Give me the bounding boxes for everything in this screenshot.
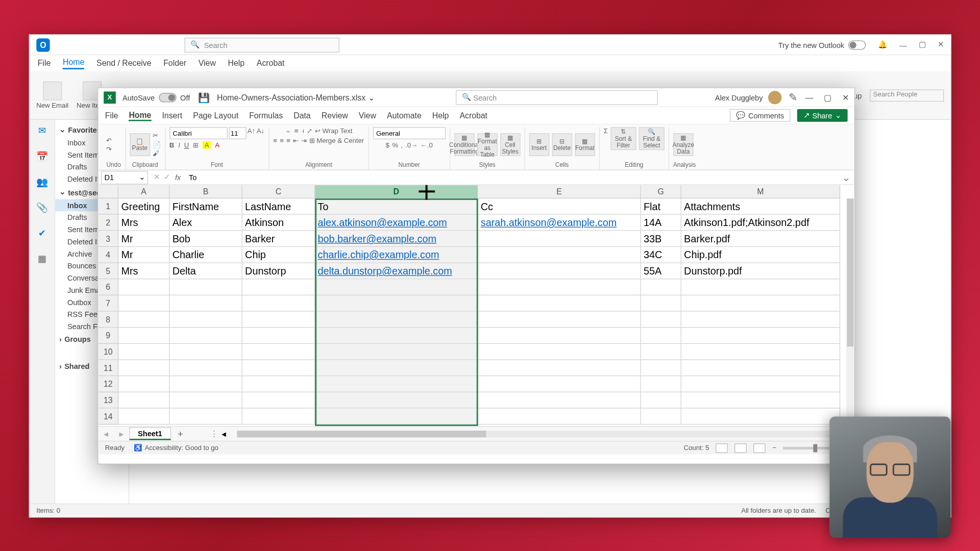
cell-E14[interactable] — [478, 409, 641, 425]
cell-A6[interactable] — [118, 279, 169, 295]
format-painter-icon[interactable]: 🖌 — [153, 149, 161, 157]
cell-C14[interactable] — [242, 409, 315, 425]
cell-B14[interactable] — [169, 409, 242, 425]
font-size-select[interactable] — [229, 127, 246, 139]
row-header[interactable]: 12 — [99, 376, 119, 392]
align-mid-icon[interactable]: ≡ — [295, 127, 299, 135]
cell-G4[interactable]: 34C — [641, 247, 681, 263]
cell-D1[interactable]: To — [315, 198, 478, 215]
cell-G10[interactable] — [641, 344, 681, 360]
todo-rail-icon[interactable]: ✔ — [35, 226, 48, 239]
cell-A9[interactable] — [118, 328, 169, 344]
undo-icon[interactable]: ↶ — [106, 136, 112, 144]
cell-B10[interactable] — [169, 344, 242, 360]
row-header[interactable]: 13 — [99, 392, 119, 409]
cell-M6[interactable] — [681, 279, 840, 295]
cell-A11[interactable] — [118, 360, 169, 377]
row-header[interactable]: 14 — [99, 409, 119, 425]
menu-data[interactable]: Data — [293, 111, 310, 120]
col-header-A[interactable]: A — [118, 185, 169, 198]
cell-D12[interactable] — [315, 376, 478, 392]
cell-E7[interactable] — [478, 295, 641, 312]
people-rail-icon[interactable]: 👥 — [35, 175, 48, 188]
cell-A5[interactable]: Mrs — [118, 263, 169, 280]
cell-C5[interactable]: Dunstorp — [242, 263, 315, 280]
cell-E6[interactable] — [478, 279, 641, 295]
outlook-search-input[interactable]: 🔍 Search — [184, 37, 339, 52]
close-icon[interactable]: ✕ — [938, 40, 944, 49]
maximize-icon[interactable]: ▢ — [919, 40, 925, 49]
fill-color-icon[interactable]: A — [203, 141, 211, 149]
scrollbar-thumb[interactable] — [847, 198, 853, 346]
comments-button[interactable]: 💬Comments — [730, 109, 790, 122]
dec-inc-icon[interactable]: .0→ — [405, 141, 418, 149]
prev-sheet-icon[interactable]: ◄ — [99, 430, 114, 438]
cell-E13[interactable] — [478, 392, 641, 409]
page-layout-view-icon[interactable] — [734, 443, 747, 453]
cell-B6[interactable] — [169, 279, 242, 295]
cell-B4[interactable]: Charlie — [169, 247, 242, 263]
cell-B8[interactable] — [169, 312, 242, 328]
row-header[interactable]: 8 — [99, 312, 119, 328]
more-rail-icon[interactable]: ▦ — [35, 252, 48, 265]
cell-M10[interactable] — [681, 344, 840, 360]
grow-font-icon[interactable]: A↑ — [248, 127, 255, 139]
sheet-tab-sheet1[interactable]: Sheet1 — [129, 428, 171, 440]
menu-view[interactable]: View — [199, 59, 216, 68]
italic-button[interactable]: I — [178, 141, 180, 149]
redo-icon[interactable]: ↷ — [106, 145, 112, 153]
menu-folder[interactable]: Folder — [163, 59, 186, 68]
col-header-D[interactable]: D — [315, 185, 478, 198]
try-new-outlook-toggle[interactable]: Try the new Outlook — [778, 40, 866, 49]
percent-icon[interactable]: % — [392, 141, 398, 149]
cell-B1[interactable]: FirstName — [169, 198, 242, 215]
cell-C10[interactable] — [242, 344, 315, 360]
cell-M5[interactable]: Dunstorp.pdf — [681, 263, 840, 280]
align-left-icon[interactable]: ≡ — [273, 137, 277, 144]
align-top-icon[interactable]: ⫠ — [285, 127, 291, 135]
cell-C3[interactable]: Barker — [242, 231, 315, 247]
minimize-icon[interactable]: — — [805, 92, 814, 102]
cell-M7[interactable] — [681, 295, 840, 312]
insert-cells-button[interactable]: ⊞Insert — [529, 133, 549, 156]
orient-icon[interactable]: ⤢ — [307, 127, 312, 135]
cell-G5[interactable]: 55A — [641, 263, 681, 280]
cell-G11[interactable] — [641, 360, 681, 377]
cell-B11[interactable] — [169, 360, 242, 377]
cell-B5[interactable]: Delta — [169, 263, 242, 280]
share-button[interactable]: ↗Share⌄ — [797, 109, 847, 122]
col-header-M[interactable]: M — [681, 185, 840, 198]
cell-M9[interactable] — [681, 328, 840, 344]
add-sheet-button[interactable]: + — [171, 429, 190, 439]
format-cells-button[interactable]: ▦Format — [575, 133, 595, 156]
search-people-input[interactable]: Search People — [870, 89, 944, 102]
cell-G13[interactable] — [641, 392, 681, 409]
cell-B7[interactable] — [169, 295, 242, 312]
enter-formula-icon[interactable]: ✓ — [164, 173, 170, 182]
mail-rail-icon[interactable]: ✉ — [35, 124, 48, 137]
cell-A3[interactable]: Mr — [118, 231, 169, 247]
autosum-icon[interactable]: Σ — [604, 127, 608, 150]
cell-D9[interactable] — [315, 328, 478, 344]
menu-home[interactable]: Home — [129, 110, 151, 121]
cell-G2[interactable]: 14A — [641, 215, 681, 231]
currency-icon[interactable]: $ — [386, 141, 389, 149]
cell-D4[interactable]: charlie.chip@example.com — [315, 247, 478, 263]
expand-formula-icon[interactable]: ⌄ — [842, 171, 854, 184]
cell-A10[interactable] — [118, 344, 169, 360]
shrink-font-icon[interactable]: A↓ — [257, 127, 264, 139]
row-header[interactable]: 5 — [99, 263, 119, 280]
menu-acrobat[interactable]: Acrobat — [459, 111, 487, 120]
copy-icon[interactable]: 📄 — [153, 141, 161, 148]
cell-D3[interactable]: bob.barker@example.com — [315, 231, 478, 247]
accessibility-icon[interactable]: ♿ — [134, 444, 142, 452]
cell-A14[interactable] — [118, 409, 169, 425]
cell-A7[interactable] — [118, 295, 169, 312]
row-header[interactable]: 7 — [99, 295, 119, 312]
cell-E3[interactable] — [478, 231, 641, 247]
cell-M1[interactable]: Attachments — [681, 198, 840, 215]
cell-A13[interactable] — [118, 392, 169, 409]
cell-E12[interactable] — [478, 376, 641, 392]
files-rail-icon[interactable]: 📎 — [35, 201, 48, 214]
cell-C1[interactable]: LastName — [242, 198, 315, 215]
